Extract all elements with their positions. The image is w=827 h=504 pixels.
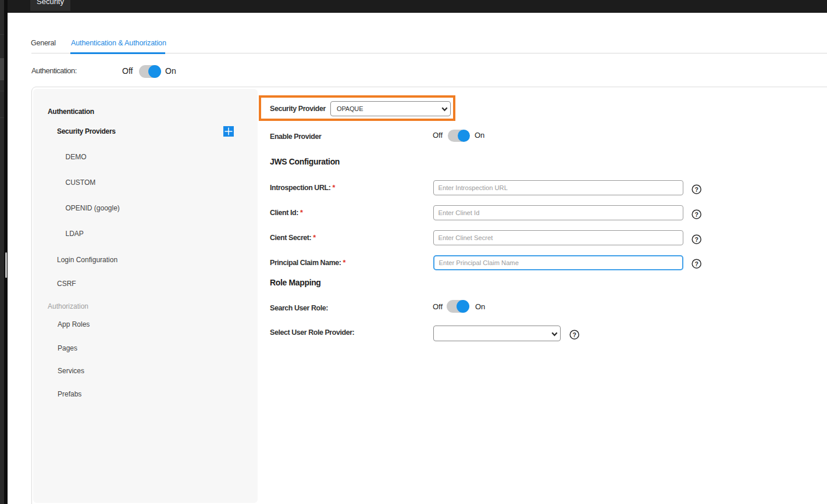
- svg-text:?: ?: [572, 331, 576, 338]
- svg-text:?: ?: [694, 235, 698, 242]
- svg-text:?: ?: [694, 210, 698, 217]
- svg-text:?: ?: [694, 260, 698, 267]
- svg-text:?: ?: [694, 185, 698, 192]
